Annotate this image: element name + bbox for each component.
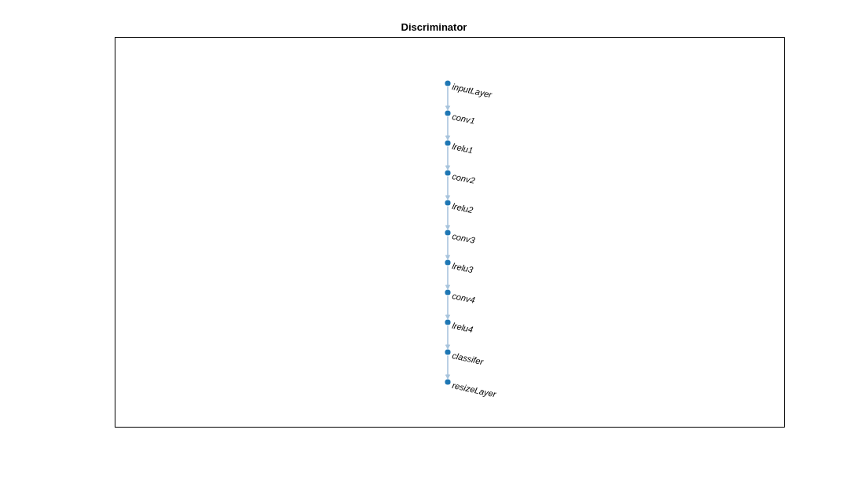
arrowhead-icon <box>445 196 449 200</box>
node-conv4 <box>445 289 450 295</box>
node-resizeLayer <box>445 379 450 384</box>
arrowhead-icon <box>445 226 449 229</box>
node-conv1 <box>445 110 450 116</box>
arrowhead-icon <box>445 285 449 289</box>
node-classifer <box>445 349 450 354</box>
arrowhead-icon <box>445 375 449 379</box>
node-lrelu4 <box>445 319 450 325</box>
chart-title: Discriminator <box>0 21 868 33</box>
node-conv3 <box>445 229 450 235</box>
arrowhead-icon <box>445 255 449 259</box>
arrowhead-icon <box>445 106 449 110</box>
layer-graph: inputLayerconv1lrelu1conv2lrelu2conv3lre… <box>445 79 459 393</box>
node-lrelu3 <box>445 259 450 265</box>
figure: Discriminator inputLayerconv1lrelu1conv2… <box>0 0 868 481</box>
arrowhead-icon <box>445 315 449 319</box>
arrowhead-icon <box>445 136 449 140</box>
node-lrelu2 <box>445 200 450 205</box>
node-conv2 <box>445 170 450 175</box>
node-inputLayer <box>445 80 450 86</box>
node-lrelu1 <box>445 140 450 145</box>
arrowhead-icon <box>445 166 449 170</box>
arrowhead-icon <box>445 345 449 349</box>
